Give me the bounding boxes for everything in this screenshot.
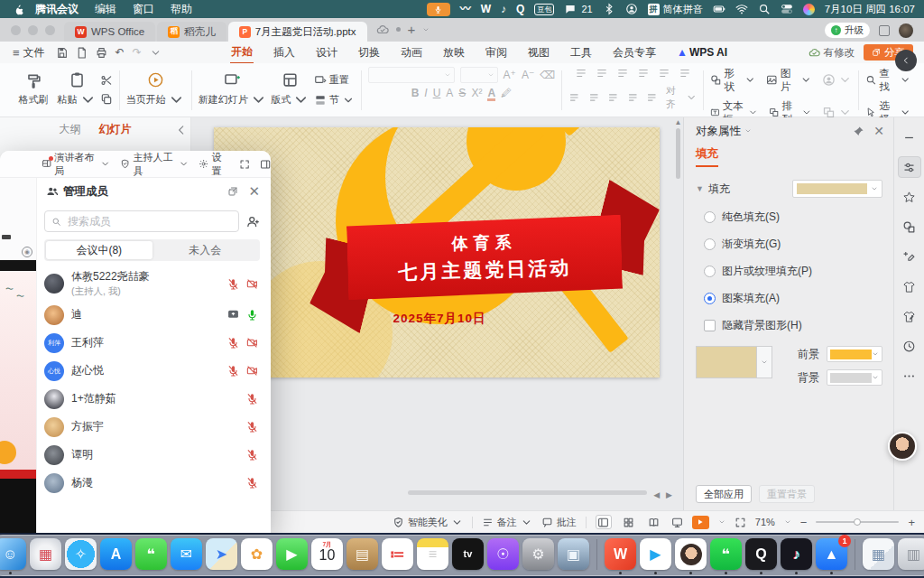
dock-item-finder[interactable]: ☺ [0, 538, 27, 574]
slide-date[interactable]: 2025年7月10日 [304, 311, 575, 327]
pin-panel-icon[interactable] [854, 126, 864, 136]
apply-all-button[interactable]: 全部应用 [696, 485, 752, 503]
add-member-icon[interactable] [246, 215, 260, 228]
section-button[interactable]: 节 [314, 93, 355, 107]
spotlight-search-icon[interactable] [758, 3, 771, 15]
dock-item-doubao[interactable] [674, 538, 707, 574]
mic-off-icon[interactable] [227, 278, 239, 290]
douyin-menubar-icon[interactable]: ♪ [501, 3, 506, 15]
member-row[interactable]: 迪 [37, 301, 271, 329]
wifi-icon[interactable] [735, 3, 748, 15]
comments-button[interactable]: 批注 [541, 516, 577, 529]
zoom-slider-handle[interactable] [854, 518, 861, 526]
rail-sliders-icon[interactable] [898, 156, 921, 178]
shared-screen-sliver[interactable]: ◉ 〜 〜 [0, 178, 36, 533]
rail-dots-icon[interactable] [898, 365, 921, 387]
menubar-clock[interactable]: 7月10日 周四 16:07 [825, 3, 915, 16]
zoom-chevron[interactable] [784, 518, 791, 526]
columns-icon[interactable] [646, 91, 658, 104]
superscript-button[interactable]: X² [471, 87, 482, 99]
menubar-menu-1[interactable]: 编辑 [95, 2, 116, 17]
pattern-swatch-dropdown[interactable] [757, 346, 772, 378]
undo-icon[interactable]: ↶ [116, 46, 125, 59]
ribbon-tab-会员专享[interactable]: 会员专享 [612, 42, 657, 63]
control-center-icon[interactable] [781, 3, 793, 15]
dock-item-trash[interactable]: ▥ [897, 538, 924, 574]
close-panel-icon[interactable]: ✕ [873, 126, 884, 136]
font-color-button[interactable]: A [487, 87, 495, 99]
copy-button[interactable] [100, 93, 113, 106]
collapse-pane-icon[interactable] [175, 124, 188, 136]
fullscreen-icon[interactable] [239, 158, 250, 171]
align-right-icon[interactable] [607, 91, 619, 104]
tab-list-chevron[interactable] [422, 26, 430, 33]
member-row[interactable]: 谭明 [37, 441, 271, 469]
print-icon[interactable] [96, 47, 107, 59]
italic-button[interactable]: I [424, 87, 427, 99]
ribbon-tab-工具[interactable]: 工具 [569, 42, 593, 63]
dock-item-contacts[interactable]: ▤ [346, 538, 379, 574]
member-row[interactable]: 利萍 王利萍 [37, 329, 271, 357]
dock-item-app-store[interactable]: A [99, 538, 133, 574]
slide-nav-arrows[interactable]: ◀▶ [653, 490, 672, 499]
radio-solid[interactable] [704, 211, 716, 223]
zoom-in-button[interactable]: + [908, 516, 915, 529]
floating-assistant-avatar[interactable] [888, 432, 917, 461]
normal-view-button[interactable] [596, 515, 612, 529]
option-solid-fill[interactable]: 纯色填充(S) [704, 210, 893, 225]
rail-shirt2-icon[interactable] [898, 305, 921, 327]
picture-button[interactable]: 图片 [766, 67, 811, 94]
play-from-page-button[interactable]: 当页开始 [126, 68, 185, 113]
input-method-indicator[interactable]: 拼 简体拼音 [648, 3, 703, 16]
side-panel-icon[interactable] [260, 158, 271, 171]
format-painter-button[interactable]: 格式刷 [14, 68, 53, 113]
dock-item-system-settings[interactable]: ⚙ [522, 538, 555, 574]
reading-view-button[interactable] [646, 515, 662, 529]
dock-item-tencent-video[interactable]: ▶ [639, 538, 672, 574]
siri-icon[interactable] [803, 4, 815, 15]
align-left-icon[interactable] [568, 91, 580, 104]
background-color-dropdown[interactable] [827, 369, 882, 386]
slide-sorter-view-button[interactable] [621, 515, 637, 529]
rail-shirt-icon[interactable] [898, 275, 921, 297]
member-row[interactable]: 体教5222尧喆豪 (主持人, 我) [37, 266, 271, 301]
member-search-input[interactable] [66, 214, 232, 228]
zoom-slider[interactable] [816, 521, 899, 523]
ribbon-tab-视图[interactable]: 视图 [527, 42, 550, 63]
bold-button[interactable]: B [411, 87, 420, 99]
tab-wps-office[interactable]: W WPS Office [64, 22, 155, 42]
redo-icon[interactable]: ↷ [133, 46, 142, 59]
cut-button[interactable] [100, 74, 113, 87]
dock-item-messages[interactable]: ❝ [134, 538, 168, 574]
dock-item-minimized-window[interactable]: ▦ [862, 538, 895, 574]
tab-slides[interactable]: 幻灯片 [99, 122, 132, 137]
member-row[interactable]: 1+范静茹 [37, 385, 271, 413]
screen-icon[interactable] [227, 309, 239, 321]
dock-item-photos[interactable]: ✿ [240, 538, 273, 574]
ribbon-tab-动画[interactable]: 动画 [400, 42, 423, 63]
indent-icon[interactable] [637, 67, 650, 79]
option-picture-fill[interactable]: 图片或纹理填充(P) [704, 264, 893, 279]
menubar-menu-0[interactable]: 腾讯会议 [35, 2, 79, 17]
ribbon-tab-WPS AI[interactable]: ▲WPS AI [676, 43, 728, 61]
radio-picture[interactable] [704, 266, 716, 277]
properties-title[interactable]: 对象属性 [696, 124, 752, 139]
option-pattern-fill[interactable]: 图案填充(A) [704, 291, 893, 306]
meeting-mic-indicator[interactable] [427, 3, 450, 16]
window-traffic-lights[interactable] [11, 25, 55, 35]
increase-font-icon[interactable]: A⁺ [504, 69, 516, 81]
highlight-button[interactable]: 🖉 [501, 87, 512, 99]
dock-item-facetime[interactable]: ▶ [275, 538, 309, 574]
menubar-menu-2[interactable]: 窗口 [133, 2, 154, 17]
member-row[interactable]: 杨漫 [37, 469, 271, 497]
option-gradient-fill[interactable]: 渐变填充(G) [704, 237, 893, 252]
fill-tab[interactable]: 填充 [696, 146, 718, 167]
cam-off-icon[interactable] [246, 365, 258, 377]
vertical-scrollbar[interactable]: ▲ [674, 119, 682, 480]
radio-gradient[interactable] [704, 238, 716, 250]
cast-button[interactable] [671, 517, 683, 528]
layout-button[interactable]: 版式 [271, 68, 310, 113]
fit-slide-button[interactable] [735, 517, 746, 528]
host-tools-button[interactable]: 主持人工具 [120, 151, 189, 178]
slide[interactable]: 体育系 七月主题党日活动 2025年7月10日 [214, 127, 660, 378]
